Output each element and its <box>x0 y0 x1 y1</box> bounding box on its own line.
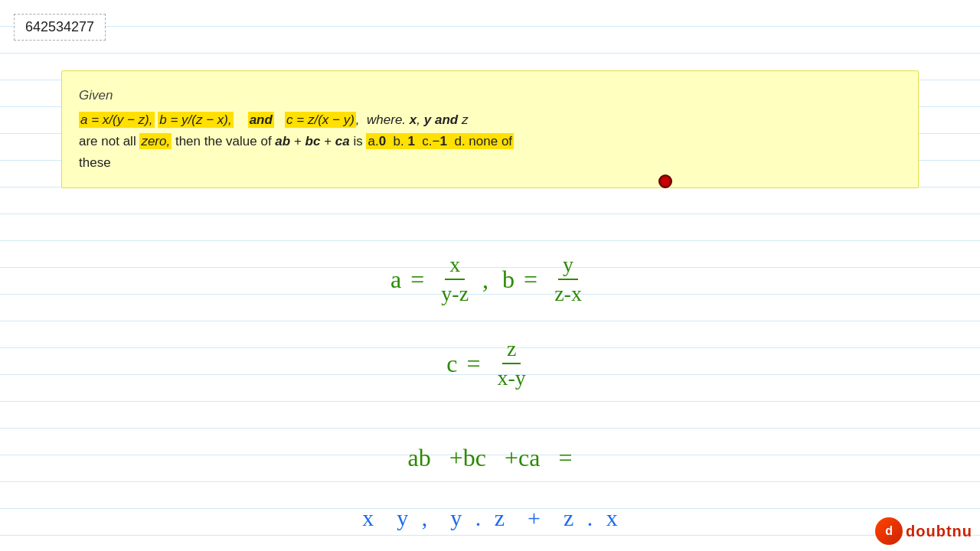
question-line1: a = x/(y − z), b = y/(z − x), and c = z/… <box>79 109 901 131</box>
a-label: a <box>390 266 401 294</box>
logo-icon-text: d <box>885 524 893 538</box>
highlight-options: a.0 b. 1 c.−1 d. none of <box>366 133 514 149</box>
c-denominator: x-y <box>492 364 530 390</box>
equals3: = <box>466 350 480 378</box>
mouse-cursor <box>658 174 672 188</box>
comma2: , <box>416 505 427 531</box>
c-label: c <box>446 350 457 378</box>
var-y2: y <box>450 505 462 531</box>
math-row2: c = z x-y <box>0 337 980 390</box>
math-row3: ab +bc +ca = <box>0 444 980 472</box>
question-line2: are not all zero, then the value of ab +… <box>79 131 901 152</box>
c-numerator: z <box>502 337 521 364</box>
comma1: , <box>482 266 488 294</box>
b-denominator: z-x <box>550 280 586 306</box>
logo-text-label: doubtnu <box>906 523 972 540</box>
dot1: . <box>469 505 487 531</box>
var-z2: z <box>564 505 573 531</box>
id-value: 642534277 <box>25 19 94 34</box>
highlight-a-expr: a = x/(y − z), <box>79 112 155 128</box>
question-box: Given a = x/(y − z), b = y/(z − x), and … <box>61 70 919 188</box>
a-numerator: x <box>445 253 465 280</box>
b-numerator: y <box>558 253 578 280</box>
var-x: x <box>362 505 374 531</box>
b-fraction: y z-x <box>550 253 586 306</box>
plus1: + <box>528 505 541 531</box>
question-id: 642534277 <box>14 14 106 41</box>
highlight-and: and <box>248 112 274 128</box>
ab-expression: ab +bc +ca = <box>408 444 573 472</box>
equals1: = <box>410 266 424 294</box>
highlight-b-expr: b = y/(z − x), <box>158 112 234 128</box>
math-row1: a = x y-z , b = y z-x <box>0 253 980 306</box>
var-y: y <box>397 505 408 531</box>
given-label: Given <box>79 85 901 106</box>
logo-icon: d <box>875 517 903 545</box>
question-line3: these <box>79 152 901 174</box>
math-row4: x y , y . z + z . x <box>0 505 980 531</box>
var-x2: x <box>606 505 618 531</box>
doubtnut-logo: d doubtnu <box>875 517 972 545</box>
dot2: . <box>581 505 599 531</box>
var-z: z <box>495 505 505 531</box>
b-label: b <box>502 266 514 294</box>
equals2: = <box>524 266 537 294</box>
highlight-c-expr: c = z/(x − y) <box>285 112 356 128</box>
highlight-zero: zero, <box>139 133 172 149</box>
c-fraction: z x-y <box>492 337 530 390</box>
a-fraction: x y-z <box>436 253 473 306</box>
a-denominator: y-z <box>436 280 473 306</box>
